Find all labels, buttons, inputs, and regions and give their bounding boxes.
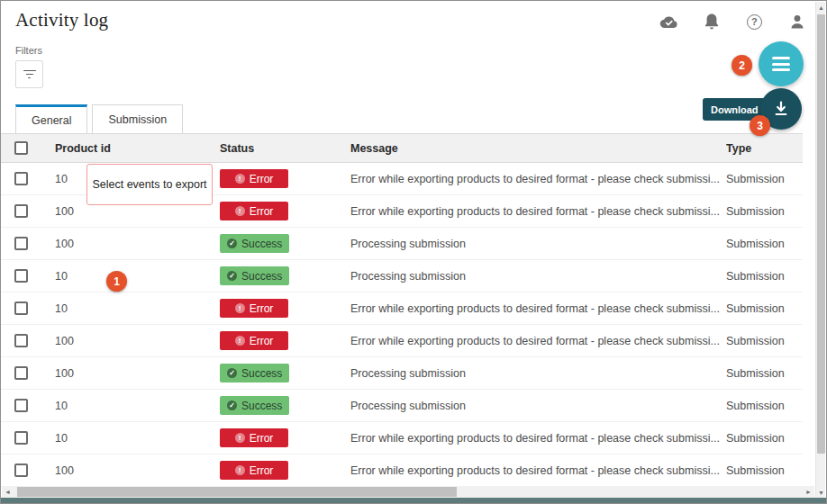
row-checkbox[interactable] — [14, 269, 28, 283]
table-row: 10ErrorError while exporting products to… — [1, 292, 803, 325]
status-badge: Success — [220, 364, 289, 382]
product-id-cell: 100 — [41, 367, 205, 380]
product-id-cell: 10 — [41, 302, 205, 315]
activity-log-window: Activity log ? Filters 2 Downloa — [0, 0, 827, 504]
product-id-cell: 100 — [41, 335, 205, 347]
message-cell: Error while exporting products to desire… — [350, 335, 726, 347]
row-checkbox[interactable] — [14, 302, 28, 315]
status-cell: Error — [205, 331, 350, 350]
row-checkbox[interactable] — [14, 366, 28, 380]
status-icon — [227, 271, 237, 281]
annotation-tooltip: Select events to export — [86, 164, 213, 205]
product-id-cell: 10 — [41, 432, 205, 445]
col-header-message: Message — [350, 142, 726, 155]
table-row: 100SuccessProcessing submissionSubmissio… — [1, 357, 803, 390]
tab-general[interactable]: General — [15, 104, 87, 133]
status-cell: Error — [205, 202, 350, 220]
col-header-product-id: Product id — [41, 142, 205, 155]
scroll-down-arrow[interactable]: ▼ — [816, 487, 826, 498]
message-cell: Error while exporting products to desire… — [350, 205, 726, 218]
horizontal-scrollbar[interactable]: ◄ ► — [2, 486, 814, 498]
message-cell: Processing submission — [350, 367, 726, 380]
cloud-check-icon[interactable] — [659, 12, 678, 32]
type-cell: Submission — [726, 302, 803, 315]
menu-fab-button[interactable] — [759, 41, 804, 86]
status-badge: Error — [220, 428, 288, 447]
status-icon — [235, 336, 245, 346]
status-icon — [227, 238, 237, 248]
col-header-type: Type — [726, 142, 803, 155]
filters-label: Filters — [15, 45, 42, 56]
row-checkbox[interactable] — [14, 464, 28, 477]
status-cell: Error — [205, 169, 350, 188]
annotation-step-1: 1 — [106, 271, 127, 292]
status-cell: Error — [205, 299, 350, 318]
message-cell: Error while exporting products to desire… — [350, 173, 726, 185]
annotation-step-2: 2 — [732, 55, 752, 76]
status-badge: Error — [220, 461, 288, 480]
type-cell: Submission — [726, 432, 803, 445]
bell-icon[interactable] — [702, 12, 722, 32]
message-cell: Error while exporting products to desire… — [350, 464, 726, 477]
table-row: 10SuccessProcessing submissionSubmission — [1, 390, 803, 422]
type-cell: Submission — [726, 335, 803, 347]
type-cell: Submission — [726, 400, 803, 412]
status-badge: Error — [220, 299, 288, 318]
vertical-scrollbar[interactable]: ▲ ▼ — [815, 2, 825, 498]
product-id-cell: 100 — [41, 205, 205, 218]
type-cell: Submission — [726, 270, 803, 283]
status-icon — [235, 465, 245, 475]
tab-submission[interactable]: Submission — [92, 104, 183, 133]
type-cell: Submission — [726, 205, 803, 218]
row-checkbox[interactable] — [14, 399, 28, 412]
table-row: 100SuccessProcessing submissionSubmissio… — [1, 228, 803, 260]
row-checkbox[interactable] — [14, 172, 28, 185]
table-row: 10ErrorError while exporting products to… — [1, 422, 803, 454]
status-icon — [235, 433, 245, 443]
type-cell: Submission — [726, 464, 803, 477]
status-icon — [235, 174, 245, 184]
status-cell: Error — [205, 428, 350, 447]
status-cell: Success — [205, 234, 350, 253]
col-header-status: Status — [205, 142, 350, 155]
type-cell: Submission — [726, 367, 803, 380]
message-cell: Error while exporting products to desire… — [350, 302, 726, 315]
status-cell: Error — [205, 461, 350, 480]
tab-bar: General Submission — [15, 104, 183, 133]
table-row: 100ErrorError while exporting products t… — [1, 325, 803, 357]
help-icon[interactable]: ? — [744, 12, 764, 32]
status-icon — [227, 368, 237, 378]
person-icon[interactable] — [787, 12, 807, 32]
message-cell: Processing submission — [350, 270, 726, 283]
table-body: 10ErrorError while exporting products to… — [1, 163, 803, 487]
row-checkbox[interactable] — [14, 204, 28, 218]
page-title: Activity log — [15, 9, 108, 32]
scroll-left-arrow[interactable]: ◄ — [2, 486, 14, 498]
status-badge: Success — [220, 234, 289, 253]
menu-icon — [772, 57, 790, 71]
vertical-scroll-thumb[interactable] — [817, 14, 825, 454]
status-badge: Success — [220, 396, 289, 415]
row-checkbox[interactable] — [14, 431, 28, 445]
header-icon-bar: ? — [659, 12, 807, 32]
type-cell: Submission — [726, 238, 803, 250]
horizontal-scroll-thumb[interactable] — [17, 487, 457, 497]
status-icon — [227, 400, 237, 410]
select-all-checkbox[interactable] — [14, 141, 28, 155]
table-header-row: Product id Status Message Type — [1, 133, 803, 163]
status-cell: Success — [205, 266, 350, 285]
status-icon — [235, 303, 245, 313]
message-cell: Processing submission — [350, 400, 726, 412]
status-badge: Error — [220, 202, 288, 220]
status-cell: Success — [205, 396, 350, 415]
status-badge: Error — [220, 169, 288, 188]
activity-table: Product id Status Message Type 1 Select … — [1, 133, 803, 487]
filter-button[interactable] — [15, 60, 43, 88]
status-cell: Success — [205, 364, 350, 382]
row-checkbox[interactable] — [14, 237, 28, 250]
scroll-right-arrow[interactable]: ► — [803, 486, 814, 498]
product-id-cell: 100 — [41, 238, 205, 250]
product-id-cell: 10 — [41, 400, 205, 412]
row-checkbox[interactable] — [14, 334, 28, 347]
scroll-up-arrow[interactable]: ▲ — [816, 2, 826, 13]
